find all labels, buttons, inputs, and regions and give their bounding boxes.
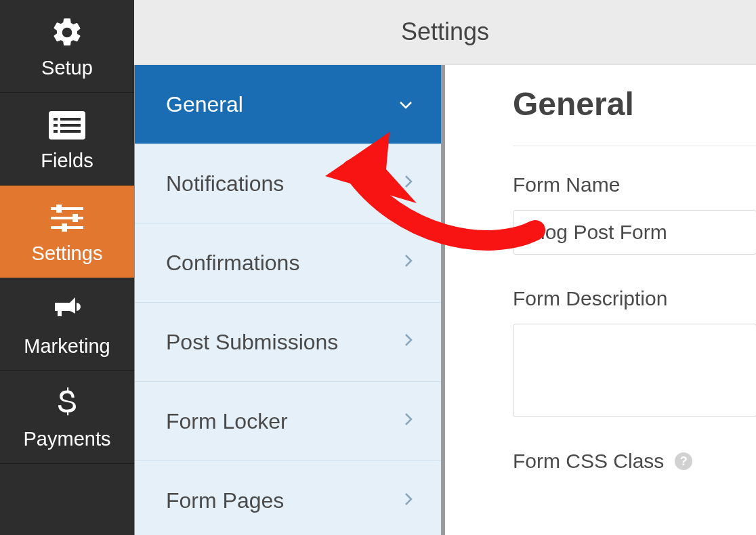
settings-item-form-locker[interactable]: Form Locker xyxy=(135,382,441,461)
chevron-right-icon xyxy=(404,492,413,510)
sidebar-item-label: Payments xyxy=(24,428,111,450)
svg-rect-6 xyxy=(60,130,81,133)
page-title: Settings xyxy=(401,18,489,46)
settings-item-confirmations[interactable]: Confirmations xyxy=(135,223,441,303)
sidebar-item-payments[interactable]: Payments xyxy=(0,371,134,464)
sidebar-item-marketing[interactable]: Marketing xyxy=(0,278,134,371)
chevron-down-icon xyxy=(399,95,413,113)
form-css-class-label: Form CSS Class ? xyxy=(513,450,756,473)
settings-item-label: Notifications xyxy=(166,171,284,196)
sidebar-item-label: Fields xyxy=(41,150,93,172)
dollar-icon xyxy=(55,385,79,423)
svg-rect-11 xyxy=(72,214,78,222)
form-name-input[interactable] xyxy=(513,210,756,255)
settings-item-form-pages[interactable]: Form Pages xyxy=(135,461,441,535)
main-sidebar: Setup Fields Settings Marketing Payments xyxy=(0,0,134,535)
svg-rect-7 xyxy=(51,207,83,210)
gear-icon xyxy=(50,14,84,51)
sliders-icon xyxy=(48,199,86,237)
form-description-label: Form Description xyxy=(513,287,756,310)
svg-rect-2 xyxy=(60,118,81,121)
page-header: Settings xyxy=(134,0,756,65)
sidebar-item-label: Marketing xyxy=(24,335,110,358)
settings-item-label: Form Pages xyxy=(166,488,284,513)
chevron-right-icon xyxy=(404,333,413,351)
svg-rect-4 xyxy=(60,124,81,127)
settings-item-label: Form Locker xyxy=(166,409,288,434)
form-css-class-label-text: Form CSS Class xyxy=(513,450,664,473)
settings-item-post-submissions[interactable]: Post Submissions xyxy=(135,303,441,382)
svg-rect-12 xyxy=(62,223,67,232)
chevron-right-icon xyxy=(404,175,413,192)
settings-item-label: Post Submissions xyxy=(166,330,338,355)
svg-rect-3 xyxy=(54,124,58,127)
svg-rect-5 xyxy=(54,130,58,133)
divider xyxy=(513,146,756,146)
settings-content: General Form Name Form Description Form … xyxy=(449,65,756,535)
sidebar-item-settings[interactable]: Settings xyxy=(0,186,134,278)
settings-item-notifications[interactable]: Notifications xyxy=(135,144,441,223)
svg-rect-8 xyxy=(51,217,83,219)
sidebar-item-label: Settings xyxy=(32,242,103,265)
bullhorn-icon xyxy=(49,292,85,330)
chevron-right-icon xyxy=(404,412,413,430)
sidebar-item-setup[interactable]: Setup xyxy=(0,0,134,93)
content-heading: General xyxy=(513,85,756,123)
sidebar-item-fields[interactable]: Fields xyxy=(0,93,134,186)
settings-item-general[interactable]: General xyxy=(135,65,441,144)
form-name-label: Form Name xyxy=(513,173,756,196)
settings-subpanel: General Notifications Confirmations Post… xyxy=(134,65,445,535)
list-icon xyxy=(48,106,86,144)
form-description-input[interactable] xyxy=(513,324,756,417)
help-icon[interactable]: ? xyxy=(675,452,692,470)
settings-item-label: General xyxy=(166,92,243,117)
sidebar-item-label: Setup xyxy=(41,57,93,79)
svg-rect-10 xyxy=(56,205,62,213)
svg-rect-1 xyxy=(54,118,58,121)
chevron-right-icon xyxy=(404,254,413,272)
settings-item-label: Confirmations xyxy=(166,251,299,276)
